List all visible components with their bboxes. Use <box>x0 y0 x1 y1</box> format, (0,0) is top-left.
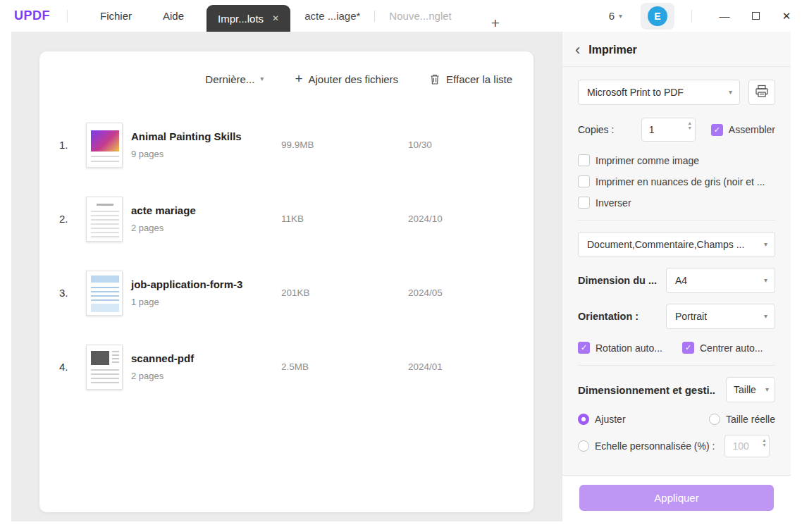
main-area: Dernière... ▾ + Ajouter des fichiers <box>11 32 562 521</box>
file-pages: 2 pages <box>131 223 281 233</box>
print-content-value: Document,Commentaire,Champs ... <box>587 239 744 250</box>
auto-center-checkbox[interactable]: ✓ Centrer auto... <box>682 342 763 354</box>
reverse-checkbox[interactable]: Inverser <box>578 197 775 209</box>
orientation-label: Orientation : <box>578 311 638 322</box>
custom-scale-input[interactable] <box>725 440 755 452</box>
chevron-down-icon: ▾ <box>619 13 622 20</box>
copies-input[interactable] <box>642 124 683 135</box>
tab-acte-mariage[interactable]: acte ...iage* <box>290 0 374 32</box>
file-row[interactable]: 4. scanned-pdf 2 pages 2.5MB 2024/01 <box>59 330 514 404</box>
file-row[interactable]: 3. job-application-form-3 1 page 201KB 2… <box>59 256 514 330</box>
printer-properties-button[interactable] <box>748 80 775 105</box>
chevron-down-icon: ▾ <box>260 75 264 82</box>
file-thumbnail[interactable] <box>86 197 123 242</box>
add-files-label: Ajouter des fichiers <box>309 73 399 85</box>
custom-scale-radio[interactable]: Echelle personnalisée (%) : <box>578 440 715 452</box>
maximize-icon <box>752 12 760 20</box>
print-content-select[interactable]: Document,Commentaire,Champs ... ▾ <box>578 232 775 257</box>
checkbox-icon[interactable] <box>578 154 590 166</box>
sizing-select[interactable]: Taille ▾ <box>726 377 775 402</box>
tab-nouvel-onglet[interactable]: Nouve...nglet <box>375 0 465 32</box>
auto-rotate-checkbox[interactable]: ✓ Rotation auto... <box>578 342 682 354</box>
radio-icon[interactable] <box>709 414 720 425</box>
sort-dropdown[interactable]: Dernière... ▾ <box>205 73 264 85</box>
chevron-down-icon: ▾ <box>729 89 732 96</box>
apply-button[interactable]: Appliquer <box>579 485 774 511</box>
content-area: Dernière... ▾ + Ajouter des fichiers <box>0 32 802 532</box>
close-button[interactable]: ✕ <box>771 0 802 32</box>
new-tab-button[interactable]: + <box>486 15 505 32</box>
batch-print-card: Dernière... ▾ + Ajouter des fichiers <box>39 51 533 512</box>
sizing-label: Dimensionnement et gesti.. <box>578 384 715 396</box>
paper-size-value: A4 <box>675 275 687 286</box>
file-date: 2024/10 <box>408 214 443 224</box>
spinner-down-icon[interactable]: ▾ <box>763 443 765 447</box>
print-panel-body: Microsoft Print to PDF ▾ <box>562 67 791 475</box>
titlebar-separator <box>691 10 692 23</box>
titlebar-separator <box>67 10 68 23</box>
paper-size-select[interactable]: A4 ▾ <box>666 268 775 293</box>
real-size-radio[interactable]: Taille réelle <box>709 414 775 425</box>
radio-icon[interactable] <box>578 440 589 452</box>
file-pages: 2 pages <box>131 371 281 381</box>
divider <box>578 365 775 366</box>
document-count-value: 6 <box>609 10 615 22</box>
file-index: 1. <box>59 139 86 151</box>
custom-scale-stepper[interactable]: ▴ ▾ <box>724 435 770 457</box>
grayscale-label: Imprimer en nuances de gris (noir et ... <box>596 176 765 187</box>
maximize-button[interactable] <box>740 0 771 32</box>
tab-imprimer-par-lots[interactable]: Impr...lots ✕ <box>206 5 290 32</box>
chevron-down-icon: ▾ <box>765 386 769 393</box>
tab-label: acte ...iage* <box>304 10 360 22</box>
file-title: acte mariage <box>131 204 281 216</box>
fit-radio[interactable]: Ajuster <box>578 414 626 425</box>
file-row[interactable]: 1. Animal Painting Skills 9 pages 99.9MB… <box>59 108 514 182</box>
file-thumbnail[interactable] <box>86 345 123 390</box>
file-row[interactable]: 2. acte mariage 2 pages 11KB 2024/10 <box>59 182 514 256</box>
grayscale-checkbox[interactable]: Imprimer en nuances de gris (noir et ... <box>578 175 775 187</box>
updf-logo: UPDF <box>14 8 50 23</box>
file-title: job-application-form-3 <box>131 278 281 290</box>
checkbox-checked-icon[interactable]: ✓ <box>578 342 590 354</box>
account-button[interactable]: E <box>641 3 674 30</box>
menu-aide[interactable]: Aide <box>147 10 199 22</box>
add-files-button[interactable]: + Ajouter des fichiers <box>295 71 398 87</box>
assemble-checkbox[interactable]: ✓ Assembler <box>711 124 775 136</box>
file-thumbnail[interactable] <box>86 123 123 168</box>
menu-fichier[interactable]: Fichier <box>85 10 147 22</box>
file-list: 1. Animal Painting Skills 9 pages 99.9MB… <box>59 108 514 404</box>
custom-scale-label: Echelle personnalisée (%) : <box>595 440 715 452</box>
orientation-select[interactable]: Portrait ▾ <box>666 304 775 329</box>
print-as-image-label: Imprimer comme image <box>596 155 699 166</box>
reverse-label: Inverser <box>596 197 631 209</box>
print-as-image-checkbox[interactable]: Imprimer comme image <box>578 154 775 166</box>
radio-selected-icon[interactable] <box>578 414 589 425</box>
file-pages: 1 page <box>131 297 281 307</box>
file-title: scanned-pdf <box>131 352 281 364</box>
file-list-toolbar: Dernière... ▾ + Ajouter des fichiers <box>59 66 514 98</box>
printer-select[interactable]: Microsoft Print to PDF ▾ <box>578 80 740 105</box>
file-size: 11KB <box>281 214 408 224</box>
tab-close-icon[interactable]: ✕ <box>272 13 279 23</box>
checkbox-icon[interactable] <box>578 175 590 187</box>
clear-list-button[interactable]: Effacer la liste <box>429 73 512 85</box>
checkbox-icon[interactable] <box>578 197 590 209</box>
divider <box>578 220 775 221</box>
tab-label: Impr...lots <box>218 13 264 25</box>
spinner-down-icon[interactable]: ▾ <box>689 125 691 130</box>
auto-center-label: Centrer auto... <box>700 342 763 354</box>
chevron-down-icon: ▾ <box>764 241 767 248</box>
sort-label: Dernière... <box>205 73 254 85</box>
file-thumbnail[interactable] <box>86 271 123 316</box>
panel-title: Imprimer <box>588 44 636 56</box>
checkbox-checked-icon[interactable]: ✓ <box>711 124 723 136</box>
clear-list-label: Effacer la liste <box>446 73 512 85</box>
document-count-dropdown[interactable]: 6 ▾ <box>609 10 622 22</box>
assemble-label: Assembler <box>729 124 775 135</box>
back-button[interactable]: ‹ <box>575 45 580 55</box>
fit-label: Ajuster <box>595 414 626 425</box>
print-panel-header: ‹ Imprimer <box>562 32 791 67</box>
copies-stepper[interactable]: ▴ ▾ <box>641 118 696 142</box>
checkbox-checked-icon[interactable]: ✓ <box>682 342 694 354</box>
minimize-button[interactable]: — <box>709 0 740 32</box>
